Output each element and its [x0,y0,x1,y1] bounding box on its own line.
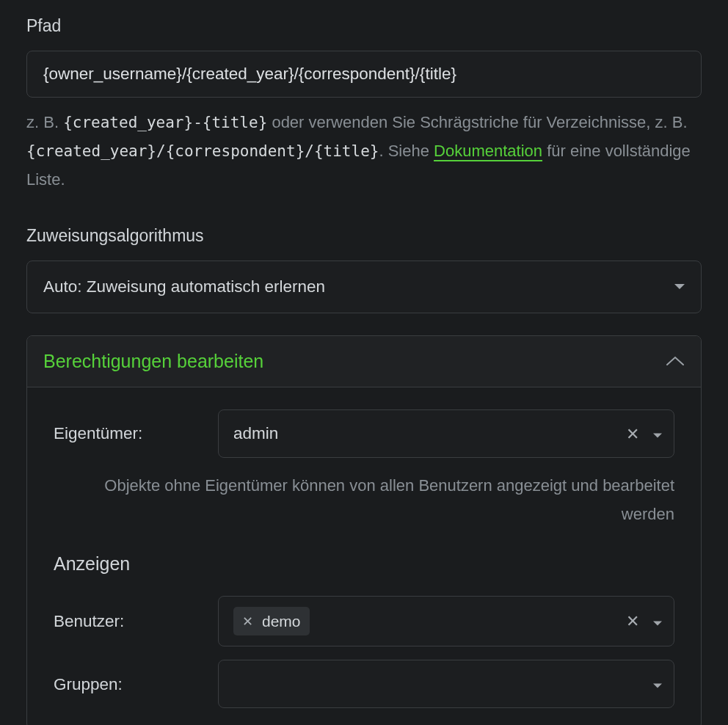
path-help: z. B. {created_year}-{title} oder verwen… [26,108,702,194]
user-chip: ✕ demo [233,607,310,636]
caret-down-icon [652,672,663,696]
permissions-panel: Berechtigungen bearbeiten Eigentümer: ad… [26,335,702,725]
chevron-up-icon [666,356,685,366]
owner-label: Eigentümer: [54,421,200,446]
help-after: . Siehe [379,142,434,160]
owner-clear-icon[interactable]: ✕ [626,426,639,442]
algorithm-select[interactable]: Auto: Zuweisung automatisch erlernen [26,261,702,313]
view-section-title: Anzeigen [54,550,674,578]
help-prefix: z. B. [26,113,63,131]
path-input[interactable] [26,51,702,98]
users-select[interactable]: ✕ demo [218,596,674,647]
users-label: Benutzer: [54,609,200,634]
algorithm-value: Auto: Zuweisung automatisch erlernen [43,274,325,299]
owner-select[interactable]: admin [218,409,674,458]
chip-remove-icon[interactable]: ✕ [242,615,253,628]
algorithm-label: Zuweisungsalgorithmus [26,223,702,249]
groups-label: Gruppen: [54,672,200,697]
owner-help: Objekte ohne Eigentümer können von allen… [54,471,674,528]
permissions-header[interactable]: Berechtigungen bearbeiten [27,336,701,388]
path-label: Pfad [26,13,702,39]
groups-select[interactable] [218,660,674,708]
caret-down-icon [652,609,663,633]
help-mid: oder verwenden Sie Schrägstriche für Ver… [267,113,687,131]
caret-down-icon [652,422,663,446]
owner-value: admin [233,421,278,446]
user-chip-label: demo [262,610,301,633]
users-clear-icon[interactable]: ✕ [626,613,639,630]
help-example-1: {created_year}-{title} [63,114,267,131]
documentation-link[interactable]: Dokumentation [434,142,542,160]
permissions-title: Berechtigungen bearbeiten [43,348,263,376]
help-example-2: {created_year}/{correspondent}/{title} [26,142,379,160]
